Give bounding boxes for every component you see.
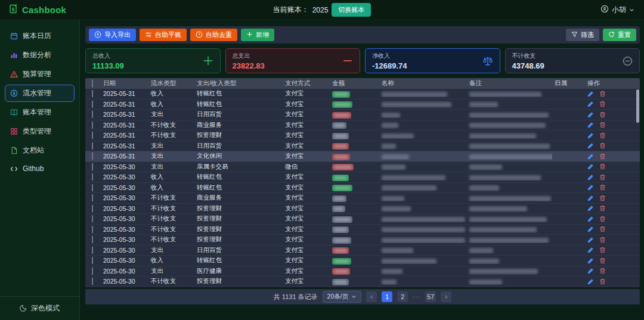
edit-icon[interactable] [587,122,594,128]
add-button[interactable]: 新增 [241,29,274,41]
row-checkbox[interactable] [92,278,93,285]
sidebar-item-6[interactable]: 类型管理 [5,123,75,140]
page-button-1[interactable]: 1 [382,291,392,302]
delete-icon[interactable] [599,122,606,128]
table-row[interactable]: 2025-05-31 支出 日用百货 支付宝 [85,141,640,152]
edit-icon[interactable] [587,101,594,107]
row-checkbox[interactable] [92,257,93,264]
edit-icon[interactable] [587,247,594,253]
table-row[interactable]: 2025-05-31 不计收支 投资理财 支付宝 [85,131,640,141]
sidebar-item-8[interactable]: Github [5,161,75,176]
row-checkbox[interactable] [92,153,93,160]
table-row[interactable]: 2025-05-30 支出 日用百货 支付宝 [85,287,640,288]
table-row[interactable]: 2025-05-31 支出 文化休闲 支付宝 [85,151,640,162]
page-button-57[interactable]: 57 [425,291,436,302]
sidebar-item-4[interactable]: $流水管理 [5,85,75,102]
delete-icon[interactable] [599,111,606,118]
table-row[interactable]: 2025-05-30 不计收支 投资理财 支付宝 [85,235,640,246]
import-export-button[interactable]: 导入导出 [89,29,136,41]
row-checkbox[interactable] [92,194,93,201]
sidebar-item-1[interactable]: 账本日历 [5,27,75,45]
row-checkbox[interactable] [92,90,93,97]
table-row[interactable]: 2025-05-30 收入 转账红包 支付宝 [85,172,640,183]
row-checkbox[interactable] [92,226,93,233]
user-menu[interactable]: 小胡 [525,5,644,15]
table-row[interactable]: 2025-05-31 收入 转账红包 支付宝 [85,89,640,100]
delete-icon[interactable] [599,216,606,222]
delete-icon[interactable] [599,132,606,139]
edit-icon[interactable] [587,268,594,274]
sidebar-item-5[interactable]: 账本管理 [5,104,75,121]
prev-page-button[interactable]: ‹ [366,291,377,302]
edit-icon[interactable] [587,216,594,222]
table-row[interactable]: 2025-05-30 支出 医疗健康 支付宝 [85,266,640,277]
edit-icon[interactable] [587,142,594,149]
edit-icon[interactable] [587,278,594,285]
table-row[interactable]: 2025-05-30 收入 转账红包 支付宝 [85,256,640,266]
sidebar-item-7[interactable]: 文档站 [5,142,75,159]
delete-icon[interactable] [599,91,606,97]
sidebar-item-2[interactable]: 数据分析 [5,46,75,64]
delete-icon[interactable] [599,205,606,212]
delete-icon[interactable] [599,247,606,253]
delete-icon[interactable] [599,174,606,181]
table-row[interactable]: 2025-05-30 不计收支 投资理财 支付宝 [85,214,640,225]
sidebar-item-3[interactable]: 预算管理 [5,66,75,83]
page-button-2[interactable]: 2 [397,291,408,302]
delete-icon[interactable] [599,257,606,264]
row-checkbox[interactable] [92,173,93,181]
row-checkbox[interactable] [92,215,93,222]
edit-icon[interactable] [587,226,594,232]
scrollbar-thumb[interactable] [636,89,639,123]
table-row[interactable]: 2025-05-30 不计收支 投资理财 支付宝 [85,204,640,215]
row-checkbox[interactable] [92,184,93,191]
edit-icon[interactable] [587,205,594,212]
dark-mode-toggle[interactable]: 深色模式 [0,296,79,320]
delete-icon[interactable] [599,195,606,201]
row-checkbox[interactable] [92,236,93,243]
row-checkbox[interactable] [92,122,93,129]
delete-icon[interactable] [599,142,606,149]
edit-icon[interactable] [587,91,594,97]
row-checkbox[interactable] [92,132,93,139]
edit-icon[interactable] [587,257,594,264]
table-scrollbar[interactable] [636,89,639,287]
edit-icon[interactable] [587,153,594,160]
next-page-button[interactable]: › [441,291,451,302]
table-row[interactable]: 2025-05-30 不计收支 投资理财 支付宝 [85,225,640,235]
row-checkbox[interactable] [92,268,93,275]
row-checkbox[interactable] [92,101,93,108]
row-checkbox[interactable] [92,247,93,254]
row-checkbox[interactable] [92,163,93,170]
delete-icon[interactable] [599,278,606,285]
delete-icon[interactable] [599,101,606,107]
edit-icon[interactable] [587,195,594,201]
table-row[interactable]: 2025-05-30 支出 亲属卡交易 微信 [85,162,640,173]
table-row[interactable]: 2025-05-30 收入 转账红包 支付宝 [85,183,640,194]
delete-icon[interactable] [599,237,606,243]
reset-button[interactable]: 重置 [603,29,636,41]
edit-icon[interactable] [587,184,594,191]
edit-icon[interactable] [587,132,594,139]
table-row[interactable]: 2025-05-31 不计收支 商业服务 支付宝 [85,120,640,131]
row-checkbox[interactable] [92,142,93,150]
edit-icon[interactable] [587,174,594,181]
delete-icon[interactable] [599,163,606,170]
dedupe-button[interactable]: 自助去重 [190,29,237,41]
edit-icon[interactable] [587,237,594,243]
table-row[interactable]: 2025-05-31 收入 转账红包 支付宝 [85,100,640,110]
delete-icon[interactable] [599,153,606,160]
table-row[interactable]: 2025-05-30 支出 日用百货 支付宝 [85,246,640,256]
switch-ledger-button[interactable]: 切换账本 [332,3,371,17]
edit-icon[interactable] [587,111,594,118]
row-checkbox[interactable] [92,205,93,212]
table-row[interactable]: 2025-05-31 支出 日用百货 支付宝 [85,110,640,120]
table-row[interactable]: 2025-05-30 不计收支 投资理财 支付宝 [85,276,640,287]
delete-icon[interactable] [599,268,606,274]
edit-icon[interactable] [587,163,594,170]
self-balance-button[interactable]: 自助平账 [140,29,187,41]
page-size-select[interactable]: 20条/页 [323,291,362,303]
select-all-checkbox[interactable] [92,79,93,88]
delete-icon[interactable] [599,226,606,232]
row-checkbox[interactable] [92,111,93,118]
